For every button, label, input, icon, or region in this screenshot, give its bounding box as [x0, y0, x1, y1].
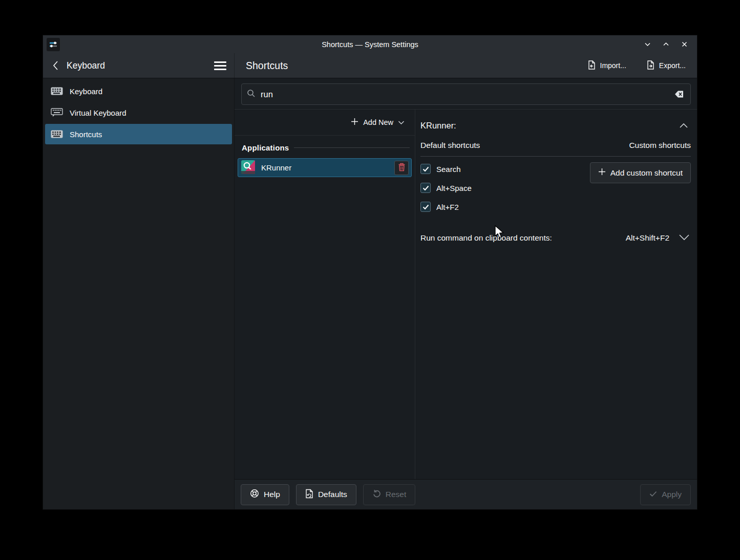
search-field[interactable] — [241, 83, 691, 105]
sidebar-item-virtual-keyboard[interactable]: Virtual Keyboard — [45, 102, 232, 123]
trash-icon — [398, 163, 406, 173]
applications-section-header: Applications — [242, 143, 410, 152]
sidebar-item-label: Virtual Keyboard — [70, 109, 126, 117]
export-icon — [646, 60, 655, 72]
page-title: Shortcuts — [246, 60, 288, 72]
defaults-icon — [305, 489, 313, 501]
menu-icon[interactable] — [213, 59, 228, 72]
add-new-button[interactable]: Add New — [348, 117, 408, 127]
back-icon[interactable] — [50, 60, 61, 71]
header-row: Keyboard Shortcuts Import... — [43, 53, 697, 78]
sidebar-item-label: Keyboard — [70, 87, 102, 96]
chevron-down-icon — [398, 118, 405, 126]
list-item-label: KRunner — [261, 163, 291, 172]
default-shortcuts-label: Default shortcuts — [420, 141, 480, 150]
section-label: Applications — [242, 143, 289, 152]
keyboard-icon — [50, 130, 64, 138]
import-button[interactable]: Import... — [584, 59, 629, 72]
footer-bar: Help Defaults Reset — [235, 479, 697, 509]
delete-button[interactable] — [394, 161, 409, 175]
defaults-button[interactable]: Defaults — [296, 484, 356, 505]
search-row — [235, 78, 697, 109]
sidebar: Keyboard Virtual Keyboard Shortcuts — [43, 78, 235, 509]
detail-pane: KRunner: Default shortcuts Custom shortc… — [415, 110, 697, 479]
keyboard-icon — [50, 87, 64, 95]
sidebar-title: Keyboard — [67, 60, 105, 71]
clipboard-shortcut-value: Alt+Shift+F2 — [626, 233, 669, 243]
custom-shortcuts-label: Custom shortcuts — [629, 141, 691, 150]
reset-button[interactable]: Reset — [363, 484, 416, 505]
clipboard-label: Run command on clipboard contents: — [420, 233, 552, 243]
apply-button[interactable]: Apply — [640, 484, 691, 505]
applications-pane: Add New Applications — [235, 110, 415, 479]
add-custom-shortcut-button[interactable]: Add custom shortcut — [590, 162, 691, 183]
window-title: Shortcuts — System Settings — [43, 40, 697, 49]
checkbox-checked-icon[interactable] — [420, 202, 431, 212]
minimize-icon[interactable] — [642, 39, 653, 50]
search-input[interactable] — [260, 89, 670, 100]
shortcut-checkbox-alt-space[interactable]: Alt+Space — [420, 183, 590, 193]
sidebar-item-shortcuts[interactable]: Shortcuts — [45, 124, 232, 144]
check-icon — [649, 490, 657, 499]
system-settings-window: Shortcuts — System Settings Keyboard — [43, 35, 697, 510]
export-button[interactable]: Export... — [643, 59, 689, 72]
checkbox-checked-icon[interactable] — [420, 183, 431, 193]
titlebar[interactable]: Shortcuts — System Settings — [43, 35, 697, 53]
section-rule — [294, 147, 410, 148]
undo-icon — [372, 489, 381, 500]
close-icon[interactable] — [679, 39, 690, 50]
shortcut-label: Search — [436, 165, 461, 174]
help-icon — [250, 489, 259, 500]
help-button[interactable]: Help — [241, 484, 289, 505]
plus-icon — [598, 168, 606, 178]
import-icon — [587, 60, 596, 72]
collapse-icon[interactable] — [676, 120, 691, 131]
content: Add New Applications — [235, 78, 697, 509]
virtual-keyboard-icon — [50, 108, 64, 117]
krunner-app-icon — [241, 160, 255, 176]
shortcut-label: Alt+F2 — [436, 203, 459, 211]
clear-search-icon[interactable] — [670, 87, 685, 102]
sidebar-header: Keyboard — [43, 53, 235, 78]
clipboard-shortcut-row: Run command on clipboard contents: Alt+S… — [420, 233, 691, 243]
shortcut-checkbox-alt-f2[interactable]: Alt+F2 — [420, 202, 590, 212]
sidebar-item-keyboard[interactable]: Keyboard — [45, 81, 232, 101]
shortcut-label: Alt+Space — [436, 184, 472, 192]
shortcut-columns-header: Default shortcuts Custom shortcuts — [420, 141, 691, 157]
detail-title: KRunner: — [420, 121, 456, 131]
maximize-icon[interactable] — [660, 39, 671, 50]
shortcut-checkbox-search[interactable]: Search — [420, 164, 590, 174]
expand-icon[interactable] — [679, 233, 690, 243]
list-item-krunner[interactable]: KRunner — [238, 158, 412, 177]
checkbox-checked-icon[interactable] — [420, 164, 431, 174]
window-controls — [642, 39, 697, 50]
screen: Shortcuts — System Settings Keyboard — [0, 0, 740, 560]
search-icon — [247, 89, 256, 100]
content-header: Shortcuts Import... Export... — [235, 53, 697, 78]
sidebar-item-label: Shortcuts — [70, 130, 102, 139]
plus-icon — [351, 118, 358, 127]
